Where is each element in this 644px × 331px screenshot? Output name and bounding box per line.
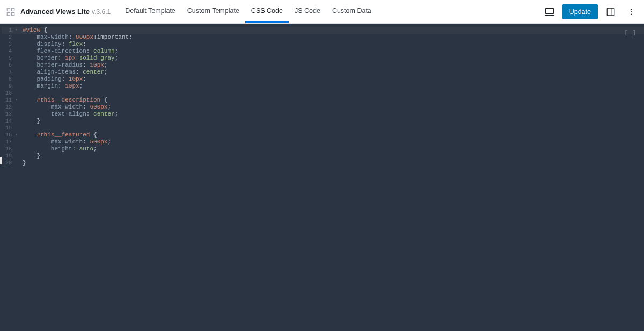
code-line[interactable]: 19 } [0, 153, 644, 160]
fold-marker-icon [15, 90, 20, 97]
fold-marker-icon [15, 139, 20, 146]
line-number: 1 [0, 27, 15, 34]
code-text[interactable]: border: 1px solid gray; [20, 55, 118, 62]
code-editor[interactable]: [ ] 1▾#view {2 max-width: 800px!importan… [0, 24, 644, 331]
line-number: 7 [0, 69, 15, 76]
code-line[interactable]: 9 margin: 10px; [0, 83, 644, 90]
code-line[interactable]: 4 flex-direction: column; [0, 48, 644, 55]
fold-marker-icon [15, 76, 20, 83]
fold-marker-icon [15, 125, 20, 132]
code-text[interactable]: #this__featured { [20, 132, 97, 139]
svg-point-10 [631, 13, 632, 15]
fold-marker-icon [15, 41, 20, 48]
code-line[interactable]: 1▾#view { [0, 27, 644, 34]
svg-rect-3 [12, 12, 14, 15]
code-text[interactable]: max-width: 600px; [20, 104, 111, 111]
code-line[interactable]: 18 height: auto; [0, 146, 644, 153]
code-text[interactable]: max-width: 800px!important; [20, 34, 133, 41]
line-number: 17 [0, 139, 15, 146]
editor-left-marker [0, 157, 2, 164]
code-text[interactable]: flex-direction: column; [20, 48, 118, 55]
code-line[interactable]: 12 max-width: 600px; [0, 104, 644, 111]
code-text[interactable]: margin: 10px; [20, 83, 83, 90]
fold-marker-icon [15, 62, 20, 69]
code-text[interactable]: max-width: 500px; [20, 139, 111, 146]
line-number: 11 [0, 97, 15, 104]
line-number: 5 [0, 55, 15, 62]
code-text[interactable] [20, 125, 36, 132]
code-text[interactable] [20, 90, 36, 97]
top-toolbar: Advanced Views Lite v.3.6.1 Default Temp… [0, 0, 644, 24]
code-text[interactable]: padding: 10px; [20, 76, 86, 83]
code-text[interactable]: #this__description { [20, 97, 107, 104]
svg-point-8 [631, 9, 632, 10]
app-logo-icon [5, 6, 16, 17]
tab-js-code[interactable]: JS Code [289, 0, 326, 23]
code-line[interactable]: 5 border: 1px solid gray; [0, 55, 644, 62]
line-number: 8 [0, 76, 15, 83]
fold-marker-icon [15, 160, 20, 167]
app-version: v.3.6.1 [92, 8, 111, 16]
code-line[interactable]: 17 max-width: 500px; [0, 139, 644, 146]
code-text[interactable]: border-radius: 10px; [20, 62, 107, 69]
line-number: 6 [0, 62, 15, 69]
svg-rect-6 [607, 8, 614, 16]
code-text[interactable]: #view { [20, 27, 47, 34]
more-options-icon[interactable] [624, 4, 639, 19]
fullscreen-toggle-icon[interactable]: [ ] [624, 29, 636, 38]
code-text[interactable]: height: auto; [20, 146, 97, 153]
fold-marker-icon[interactable]: ▾ [15, 97, 20, 104]
code-text[interactable]: text-align: center; [20, 111, 118, 118]
line-number: 19 [0, 153, 15, 160]
line-number: 14 [0, 118, 15, 125]
tab-default-template[interactable]: Default Template [119, 0, 181, 23]
code-text[interactable]: align-items: center; [20, 69, 107, 76]
code-lines[interactable]: 1▾#view {2 max-width: 800px!important;3 … [0, 24, 644, 167]
fold-marker-icon [15, 48, 20, 55]
fold-marker-icon [15, 146, 20, 153]
tab-bar: Default TemplateCustom TemplateCSS CodeJ… [119, 0, 377, 23]
code-line[interactable]: 15 [0, 125, 644, 132]
code-line[interactable]: 3 display: flex; [0, 41, 644, 48]
svg-rect-2 [7, 12, 10, 15]
tab-custom-data[interactable]: Custom Data [326, 0, 377, 23]
update-button[interactable]: Update [562, 4, 598, 19]
tab-css-code[interactable]: CSS Code [245, 0, 289, 23]
code-line[interactable]: 14 } [0, 118, 644, 125]
toolbar-right: Update [542, 4, 639, 19]
code-line[interactable]: 8 padding: 10px; [0, 76, 644, 83]
fold-marker-icon[interactable]: ▾ [15, 132, 20, 139]
fold-marker-icon [15, 69, 20, 76]
line-number: 4 [0, 48, 15, 55]
app-title: Advanced Views Lite [20, 8, 90, 16]
line-number: 12 [0, 104, 15, 111]
fold-marker-icon [15, 55, 20, 62]
panel-toggle-icon[interactable] [603, 4, 618, 19]
line-number: 2 [0, 34, 15, 41]
line-number: 3 [0, 41, 15, 48]
editor-left-strip [0, 24, 2, 331]
fold-marker-icon[interactable]: ▾ [15, 27, 20, 34]
tab-custom-template[interactable]: Custom Template [181, 0, 245, 23]
code-line[interactable]: 16▾ #this__featured { [0, 132, 644, 139]
code-line[interactable]: 13 text-align: center; [0, 111, 644, 118]
code-text[interactable]: display: flex; [20, 41, 86, 48]
fold-marker-icon [15, 118, 20, 125]
svg-rect-0 [7, 8, 10, 11]
code-text[interactable]: } [20, 118, 40, 125]
code-line[interactable]: 2 max-width: 800px!important; [0, 34, 644, 41]
code-line[interactable]: 7 align-items: center; [0, 69, 644, 76]
code-line[interactable]: 10 [0, 90, 644, 97]
fold-marker-icon [15, 34, 20, 41]
code-text[interactable]: } [20, 160, 26, 167]
svg-rect-1 [12, 8, 14, 11]
device-preview-icon[interactable] [542, 4, 557, 19]
code-text[interactable]: } [20, 153, 40, 160]
code-line[interactable]: 20} [0, 160, 644, 167]
code-line[interactable]: 11▾ #this__description { [0, 97, 644, 104]
code-line[interactable]: 6 border-radius: 10px; [0, 62, 644, 69]
svg-rect-4 [545, 8, 553, 13]
fold-marker-icon [15, 111, 20, 118]
fold-marker-icon [15, 153, 20, 160]
line-number: 9 [0, 83, 15, 90]
